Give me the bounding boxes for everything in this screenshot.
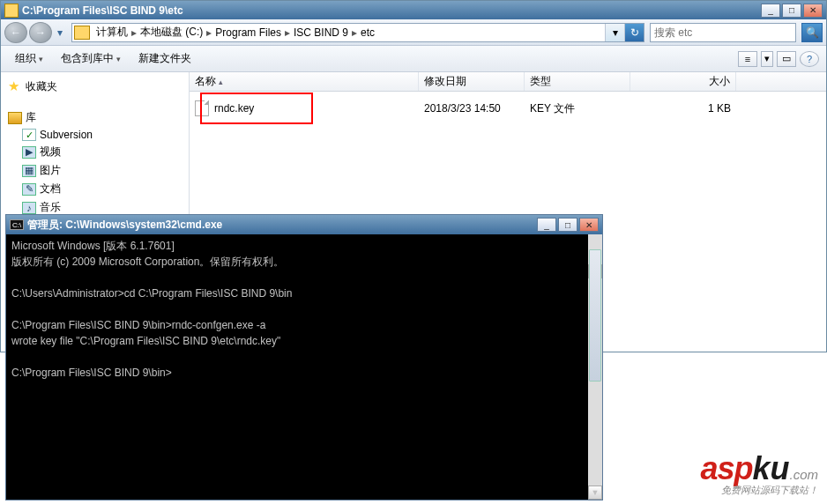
cmd-window: C:\ 管理员: C:\Windows\system32\cmd.exe _ □… [5,214,603,500]
new-folder-button[interactable]: 新建文件夹 [131,48,198,69]
cmd-maximize-button[interactable]: □ [558,218,577,232]
sidebar-favorites[interactable]: 收藏夹 [4,78,185,96]
nav-history-dd[interactable]: ▾ [54,22,66,43]
picture-icon: ▦ [22,165,36,177]
music-icon: ♪ [22,202,36,214]
bc-seg-computer[interactable]: 计算机 [93,24,130,41]
view-mode-button[interactable]: ≡ [738,51,757,67]
col-type[interactable]: 类型 [525,72,630,91]
sidebar-item-pictures[interactable]: ▦图片 [19,161,185,180]
search-box[interactable] [650,23,796,42]
breadcrumb-dd-button[interactable]: ▾ [605,24,624,41]
toolbar: 组织▾ 包含到库中▾ 新建文件夹 ≡ ▾ ▭ ? [1,46,826,72]
bc-seg-isc[interactable]: ISC BIND 9 [291,24,351,41]
nav-back-button[interactable]: ← [4,22,27,43]
bc-seg-pf[interactable]: Program Files [212,24,284,41]
bc-seg-drive[interactable]: 本地磁盘 (C:) [138,24,205,41]
library-icon [8,112,22,124]
document-icon: ✎ [22,183,36,196]
watermark: aspku.com 免费网站源码下载站！ [700,450,818,497]
video-icon: ▶ [22,146,36,159]
sidebar-library[interactable]: 库 [4,108,185,127]
cmd-scrollbar[interactable]: ▲ ▼ [588,234,602,500]
cmd-titlebar[interactable]: C:\ 管理员: C:\Windows\system32\cmd.exe _ □… [6,215,602,234]
search-button[interactable]: 🔍 [801,23,823,42]
file-name: rndc.key [214,102,254,115]
file-icon [195,100,209,116]
bc-seg-etc[interactable]: etc [358,24,377,41]
minimize-button[interactable]: _ [761,4,780,18]
maximize-button[interactable]: □ [782,4,801,18]
cmd-title: 管理员: C:\Windows\system32\cmd.exe [27,218,537,233]
column-headers: 名称▴ 修改日期 类型 大小 [190,72,826,92]
refresh-button[interactable]: ↻ [624,24,644,41]
star-icon [8,80,22,94]
close-button[interactable]: ✕ [803,4,823,18]
folder-icon [74,26,90,40]
cmd-content: Microsoft Windows [版本 6.1.7601] 版权所有 (c)… [11,240,292,379]
col-date[interactable]: 修改日期 [419,72,525,91]
sidebar-item-video[interactable]: ▶视频 [19,143,185,161]
subversion-icon: ✓ [22,129,36,141]
include-library-button[interactable]: 包含到库中▾ [54,48,128,69]
preview-pane-button[interactable]: ▭ [777,51,796,67]
organize-button[interactable]: 组织▾ [8,48,50,69]
explorer-titlebar[interactable]: C:\Program Files\ISC BIND 9\etc _ □ ✕ [1,1,826,19]
cmd-close-button[interactable]: ✕ [579,218,599,232]
search-input[interactable] [654,26,795,39]
breadcrumb[interactable]: 计算机▸ 本地磁盘 (C:)▸ Program Files▸ ISC BIND … [71,23,644,42]
nav-forward-button[interactable]: → [29,22,52,43]
scroll-thumb[interactable] [589,249,601,382]
explorer-title: C:\Program Files\ISC BIND 9\etc [22,4,761,17]
file-row[interactable]: rndc.key 2018/3/23 14:50 KEY 文件 1 KB [190,93,826,123]
cmd-minimize-button[interactable]: _ [537,218,556,232]
file-type: KEY 文件 [525,99,630,119]
file-size: 1 KB [630,100,736,117]
col-size[interactable]: 大小 [630,72,736,91]
file-date: 2018/3/23 14:50 [419,100,525,117]
view-mode-dd[interactable]: ▾ [761,51,773,67]
col-name[interactable]: 名称▴ [190,72,419,91]
cmd-body[interactable]: Microsoft Windows [版本 6.1.7601] 版权所有 (c)… [6,234,602,500]
folder-icon [4,4,19,18]
help-button[interactable]: ? [800,51,819,67]
scroll-down-button[interactable]: ▼ [588,485,602,500]
nav-bar: ← → ▾ 计算机▸ 本地磁盘 (C:)▸ Program Files▸ ISC… [1,19,826,46]
cmd-icon: C:\ [10,219,24,230]
sidebar-item-documents[interactable]: ✎文档 [19,180,185,198]
sidebar-item-subversion[interactable]: ✓Subversion [19,127,185,143]
